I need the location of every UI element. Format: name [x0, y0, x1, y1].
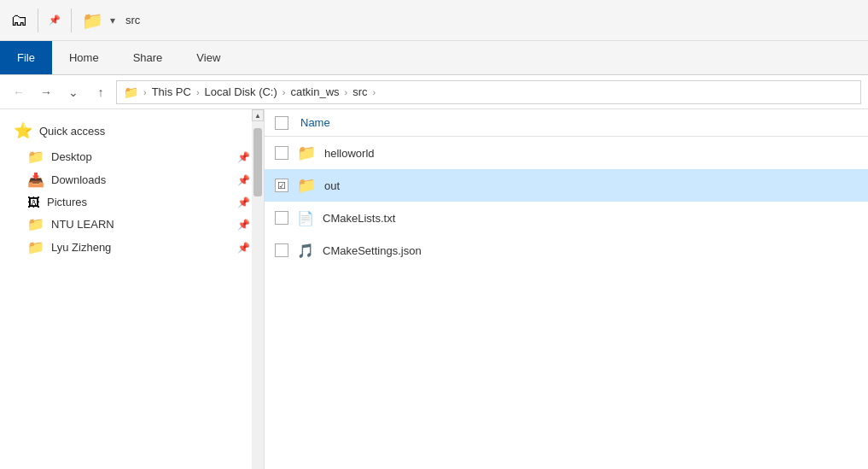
lyu-folder-icon: 📁	[27, 239, 44, 255]
desktop-folder-icon: 📁	[27, 149, 44, 165]
file-list: Name 📁 helloworld ☑ 📁 out 📄 CMakeLists.t…	[265, 109, 868, 469]
file-row-out[interactable]: ☑ 📁 out	[265, 169, 868, 202]
window-title: src	[125, 14, 140, 26]
address-part-src[interactable]: src	[352, 85, 367, 98]
tab-share[interactable]: Share	[116, 41, 180, 74]
sidebar-item-downloads[interactable]: 📥 Downloads 📌	[0, 168, 264, 191]
quick-access-header: ⭐ Quick access	[0, 116, 264, 145]
scrollbar-thumb[interactable]	[253, 128, 262, 196]
address-part-thispc[interactable]: This PC	[152, 85, 191, 98]
tab-file[interactable]: File	[0, 41, 52, 74]
title-dropdown-arrow[interactable]: ▾	[110, 15, 115, 26]
cmakelists-file-icon: 📄	[297, 210, 314, 226]
sidebar-scrollbar[interactable]: ▲	[252, 109, 264, 469]
sidebar: ⭐ Quick access 📁 Desktop 📌 📥 Downloads 📌…	[0, 109, 265, 469]
ribbon: File Home Share View	[0, 41, 868, 75]
sidebar-item-ntu-learn[interactable]: 📁 NTU LEARN 📌	[0, 213, 264, 236]
helloworld-folder-icon: 📁	[297, 144, 316, 162]
desktop-label: Desktop	[51, 150, 230, 163]
main-layout: ⭐ Quick access 📁 Desktop 📌 📥 Downloads 📌…	[0, 109, 868, 469]
name-column-header[interactable]: Name	[297, 116, 334, 129]
back-button[interactable]: ←	[7, 80, 31, 104]
dropdown-button[interactable]: ⌄	[61, 80, 85, 104]
file-row-cmakesettings[interactable]: 🎵 CMakeSettings.json	[265, 234, 868, 267]
downloads-pin-icon: 📌	[237, 174, 250, 186]
forward-button[interactable]: →	[34, 80, 58, 104]
title-divider	[38, 9, 38, 32]
ntu-pin-icon: 📌	[237, 219, 250, 231]
sidebar-item-desktop[interactable]: 📁 Desktop 📌	[0, 145, 264, 168]
sidebar-item-lyu-zizheng[interactable]: 📁 Lyu Zizheng 📌	[0, 236, 264, 259]
address-localdisk-label: Local Disk (C:)	[205, 85, 277, 98]
address-bar[interactable]: 📁 › This PC › Local Disk (C:) › catkin_w…	[116, 80, 861, 104]
helloworld-checkbox[interactable]	[275, 146, 288, 160]
nav-bar: ← → ⌄ ↑ 📁 › This PC › Local Disk (C:) › …	[0, 75, 868, 109]
address-sep3: ›	[345, 87, 348, 97]
cmakesettings-checkbox[interactable]	[275, 243, 288, 257]
header-checkbox[interactable]	[275, 116, 288, 130]
file-list-header: Name	[265, 109, 868, 137]
cmakesettings-name: CMakeSettings.json	[323, 244, 422, 257]
address-sep4: ›	[373, 87, 376, 97]
pin-icon: 📌	[49, 15, 61, 26]
check-mark-icon: ☑	[277, 180, 286, 191]
title-bar: 🗂 📌 📁 ▾ src	[0, 0, 868, 41]
out-checkbox[interactable]: ☑	[275, 179, 288, 192]
cmakesettings-file-icon: 🎵	[297, 243, 314, 259]
title-divider2	[71, 9, 72, 32]
up-button[interactable]: ↑	[89, 80, 113, 104]
address-thispc-label: This PC	[152, 85, 191, 98]
desktop-pin-icon: 📌	[237, 151, 250, 163]
address-sep0: ›	[143, 87, 147, 97]
pictures-folder-icon: 🖼	[27, 195, 40, 209]
file-row-helloworld[interactable]: 📁 helloworld	[265, 137, 868, 169]
lyu-zizheng-label: Lyu Zizheng	[51, 241, 230, 254]
app-icon: 🗂	[10, 10, 27, 30]
downloads-label: Downloads	[51, 173, 230, 186]
title-folder-icon: 📁	[82, 10, 103, 31]
address-part-localdisk[interactable]: Local Disk (C:)	[205, 85, 277, 98]
scroll-up-button[interactable]: ▲	[252, 109, 264, 121]
out-folder-icon: 📁	[297, 176, 316, 195]
tab-home[interactable]: Home	[52, 41, 116, 74]
address-catkin-label: catkin_ws	[291, 85, 340, 98]
quick-access-label: Quick access	[39, 125, 105, 138]
out-name: out	[324, 179, 340, 192]
ntu-folder-icon: 📁	[27, 216, 44, 232]
address-folder-icon: 📁	[124, 85, 138, 99]
star-icon: ⭐	[14, 121, 32, 140]
address-src-label: src	[352, 85, 367, 98]
tab-view[interactable]: View	[179, 41, 237, 74]
pictures-label: Pictures	[47, 196, 230, 208]
sidebar-item-pictures[interactable]: 🖼 Pictures 📌	[0, 191, 264, 213]
helloworld-name: helloworld	[324, 147, 375, 160]
file-row-cmakelists[interactable]: 📄 CMakeLists.txt	[265, 202, 868, 234]
cmakelists-checkbox[interactable]	[275, 211, 288, 225]
address-sep2: ›	[283, 87, 286, 97]
ntu-learn-label: NTU LEARN	[51, 218, 230, 231]
address-part-catkin[interactable]: catkin_ws	[291, 85, 340, 98]
cmakelists-name: CMakeLists.txt	[323, 212, 395, 225]
lyu-pin-icon: 📌	[237, 242, 250, 254]
downloads-folder-icon: 📥	[27, 172, 44, 188]
pictures-pin-icon: 📌	[237, 196, 250, 208]
address-sep1: ›	[196, 87, 200, 97]
